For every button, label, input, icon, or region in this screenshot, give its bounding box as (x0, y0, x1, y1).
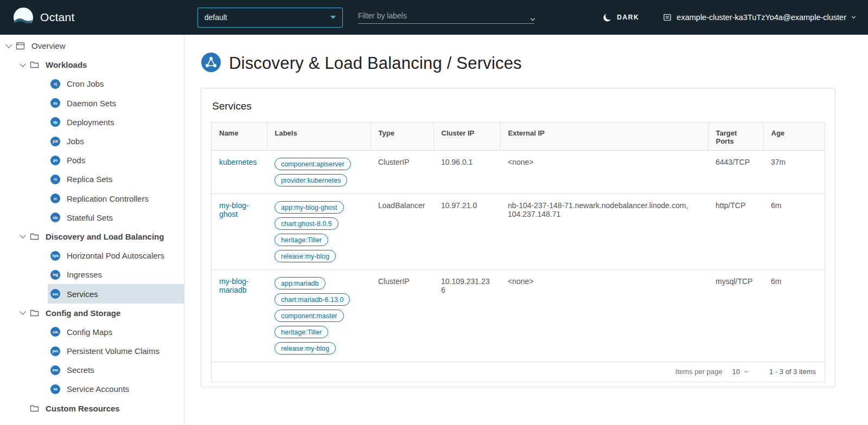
external-ip: <none> (500, 151, 708, 194)
table-row: my-blog-ghost app:my-blog-ghost chart:gh… (212, 194, 825, 270)
cluster-ip: 10.96.0.1 (433, 151, 500, 194)
folder-icon (30, 404, 39, 413)
sidebar-item-label: Deployments (67, 118, 114, 127)
service-accounts-icon: sa (50, 384, 60, 394)
sidebar-item-overview[interactable]: Overview (0, 36, 184, 55)
secrets-icon: sec (50, 365, 60, 375)
sidebar-item-service-accounts[interactable]: sa Service Accounts (48, 379, 184, 398)
pods-icon: po (50, 156, 60, 165)
sidebar-item-ingresses[interactable]: ing Ingresses (48, 265, 184, 284)
column-header-labels: Labels (267, 123, 371, 151)
page-title: Discovery & Load Balancing / Services (229, 54, 522, 73)
sidebar-item-replica-sets[interactable]: rs Replica Sets (48, 170, 184, 189)
sidebar-item-services[interactable]: svc Services (48, 284, 184, 303)
sidebar-item-daemon-sets[interactable]: ds Daemon Sets (48, 94, 184, 113)
folder-icon (30, 309, 39, 317)
sidebar-item-secrets[interactable]: sec Secrets (48, 360, 184, 379)
label-pill[interactable]: component:apiserver (275, 158, 351, 170)
namespace-select[interactable]: default (197, 8, 343, 28)
sidebar-item-label: Secrets (67, 365, 94, 375)
label-pill[interactable]: app:my-blog-ghost (275, 201, 344, 214)
sidebar-item-label: Stateful Sets (67, 213, 113, 222)
sidebar-item-pods[interactable]: po Pods (48, 151, 184, 170)
folder-icon (30, 233, 39, 241)
ingresses-icon: ing (50, 270, 60, 280)
theme-toggle[interactable]: DARK (603, 13, 639, 22)
service-link[interactable]: kubernetes (219, 158, 257, 166)
column-header-cluster-ip: Cluster IP (433, 123, 500, 151)
label-pill[interactable]: chart:ghost-8.0.5 (275, 217, 339, 230)
service-link[interactable]: my-blog-ghost (219, 201, 248, 218)
services-page-icon (201, 52, 221, 75)
target-ports: 6443/TCP (708, 151, 763, 194)
label-pill[interactable]: app:mariadb (275, 277, 326, 289)
replica-sets-icon: rs (50, 175, 60, 184)
sidebar-item-cron-jobs[interactable]: cj Cron Jobs (48, 74, 184, 93)
items-per-page-select[interactable]: 10 (732, 368, 748, 376)
target-ports: mysql/TCP (708, 270, 763, 362)
sidebar-item-persistent-volume-claims[interactable]: pvc Persistent Volume Claims (48, 342, 184, 360)
sidebar-item-label: Services (67, 289, 98, 299)
label-filter-input[interactable] (358, 11, 531, 20)
label-pill[interactable]: chart:mariadb-6.13.0 (275, 293, 350, 306)
services-card: Services Name Labels Type Cluster IP Ext… (201, 88, 835, 387)
sidebar-section-label: Config and Storage (46, 308, 120, 318)
card-title: Services (211, 88, 825, 122)
sidebar-item-label: Horizontal Pod Autoscalers (67, 251, 164, 260)
overview-icon (16, 42, 25, 50)
items-per-page-label: Items per page (675, 368, 723, 376)
sidebar-section-discovery-and-load-balancing[interactable]: Discovery and Load Balancing (0, 227, 184, 246)
sidebar-item-label: Pods (67, 156, 85, 165)
sidebar-section-config-and-storage[interactable]: Config and Storage (0, 304, 184, 323)
octant-logo[interactable] (13, 7, 34, 28)
namespace-value: default (205, 13, 227, 22)
service-type: ClusterIP (371, 151, 433, 194)
sidebar-item-deployments[interactable]: dp Deployments (48, 113, 184, 132)
daemon-sets-icon: ds (50, 98, 60, 108)
services-table: Name Labels Type Cluster IP External IP … (211, 122, 825, 382)
cluster-context-select[interactable]: example-cluster-ka3TuTzYo4a@example-clus… (663, 13, 855, 22)
sidebar-item-horizontal-pod-autoscalers[interactable]: hpa Horizontal Pod Autoscalers (48, 246, 184, 265)
theme-toggle-label: DARK (617, 14, 639, 21)
config-maps-icon: cm (50, 327, 60, 337)
pagination-range: 1 - 3 of 3 items (769, 368, 816, 376)
moon-icon (603, 13, 612, 22)
sidebar-item-config-maps[interactable]: cm Config Maps (48, 323, 184, 342)
sidebar-item-label: Overview (31, 41, 66, 50)
label-pill[interactable]: provider:kubernetes (275, 174, 347, 186)
column-header-age: Age (763, 123, 825, 151)
sidebar-item-jobs[interactable]: job Jobs (48, 132, 184, 151)
folder-icon (30, 61, 39, 69)
service-type: LoadBalancer (371, 194, 433, 270)
sidebar-section-custom-resources[interactable]: Custom Resources (0, 399, 184, 418)
jobs-icon: job (50, 137, 60, 146)
label-pill[interactable]: heritage:Tiller (275, 326, 328, 338)
service-link[interactable]: my-blog-mariadb (219, 277, 248, 294)
age: 37m (763, 151, 825, 194)
main-content: Discovery & Load Balancing / Services Se… (184, 35, 868, 425)
replication-controllers-icon: rc (50, 194, 60, 203)
label-pill[interactable]: release:my-blog (275, 342, 336, 355)
label-pill[interactable]: heritage:Tiller (275, 234, 328, 246)
sidebar-section-workloads[interactable]: Workloads (0, 55, 184, 74)
age: 6m (763, 270, 825, 362)
cluster-context-label: example-cluster-ka3TuTzYo4a@example-clus… (676, 13, 846, 22)
cron-jobs-icon: cj (50, 79, 60, 89)
app-header: Octant default DARK example- (0, 0, 868, 35)
sidebar-item-stateful-sets[interactable]: sts Stateful Sets (48, 208, 184, 227)
sidebar-item-label: Cron Jobs (67, 79, 104, 88)
chevron-down-icon (20, 233, 25, 239)
column-header-target-ports: Target Ports (708, 123, 763, 151)
sidebar-item-label: Jobs (67, 137, 84, 146)
column-header-name: Name (212, 123, 267, 151)
label-filter[interactable] (358, 11, 534, 24)
label-pill[interactable]: component:master (275, 310, 344, 322)
sidebar-item-label: Daemon Sets (67, 99, 116, 108)
pagination: Items per page 10 1 - 3 of 3 items (212, 362, 825, 382)
label-pill[interactable]: release:my-blog (275, 250, 336, 262)
sidebar-item-replication-controllers[interactable]: rc Replication Controllers (48, 189, 184, 208)
deployments-icon: dp (50, 117, 60, 127)
chevron-down-icon (530, 16, 534, 20)
page-header: Discovery & Load Balancing / Services (201, 52, 868, 75)
sidebar-section-label: Discovery and Load Balancing (46, 232, 164, 241)
